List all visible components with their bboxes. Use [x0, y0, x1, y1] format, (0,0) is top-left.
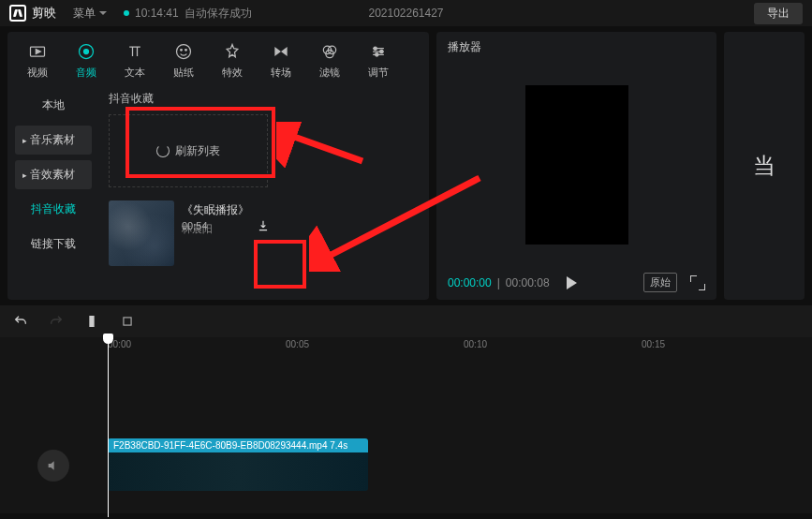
playhead[interactable] — [108, 334, 109, 517]
tab-label: 调节 — [368, 66, 389, 80]
timeline-tracks[interactable]: F2B38CBD-91FF-4E6C-80B9-EB8D08293444.mp4… — [0, 356, 812, 513]
tab-sticker[interactable]: 贴纸 — [161, 37, 206, 83]
sidebar-item-label: 链接下载 — [31, 236, 76, 252]
sidebar-item-label: 抖音收藏 — [31, 201, 76, 217]
tab-label: 转场 — [271, 66, 291, 80]
tab-video[interactable]: 视频 — [15, 37, 60, 83]
properties-panel-stub: 当 — [724, 32, 805, 300]
redo-button — [47, 312, 66, 331]
player-panel: 播放器 00:00:00 | 00:00:08 原始 — [436, 32, 716, 300]
status-dot-icon — [124, 10, 129, 16]
video-icon — [27, 41, 48, 62]
ruler-tick: 00:10 — [464, 339, 487, 349]
svg-rect-13 — [90, 317, 91, 327]
tab-audio[interactable]: 音频 — [64, 37, 109, 83]
tab-transition[interactable]: 转场 — [258, 37, 303, 83]
refresh-list-button[interactable]: 刷新列表 — [109, 114, 268, 187]
timeline-toolbar — [0, 305, 812, 337]
sidebar-item-local[interactable]: 本地 — [15, 91, 92, 120]
timeline-ruler[interactable]: 00:00 00:05 00:10 00:15 — [0, 337, 812, 356]
refresh-label: 刷新列表 — [175, 143, 220, 159]
status-time: 10:14:41 — [135, 7, 179, 20]
player-controls: 00:00:00 | 00:00:08 原始 — [448, 267, 705, 292]
time-total: 00:00:08 — [506, 276, 550, 289]
svg-marker-1 — [36, 50, 40, 54]
tab-text[interactable]: 文本 — [112, 37, 157, 83]
svg-point-5 — [181, 50, 183, 52]
audio-icon — [76, 41, 96, 62]
track-duration: 00:54 — [182, 220, 208, 231]
effect-icon — [222, 41, 243, 62]
sidebar-item-link-download[interactable]: 链接下载 — [15, 230, 92, 259]
play-button[interactable] — [567, 276, 577, 289]
section-title: 抖音收藏 — [109, 91, 420, 107]
app-logo — [9, 5, 26, 22]
time-current: 00:00:00 — [448, 276, 492, 289]
svg-point-11 — [380, 50, 383, 52]
tab-label: 文本 — [125, 66, 145, 80]
svg-point-6 — [185, 50, 187, 52]
stub-text: 当 — [753, 151, 775, 181]
export-button[interactable]: 导出 — [754, 3, 803, 24]
filter-icon — [319, 41, 340, 62]
crop-button[interactable] — [118, 312, 137, 331]
aspect-ratio-button[interactable]: 原始 — [643, 273, 677, 292]
sidebar-item-sfx[interactable]: ▸音效素材 — [15, 160, 92, 189]
menu-dropdown[interactable]: 菜单 — [67, 4, 112, 23]
audio-source-list: 本地 ▸音乐素材 ▸音效素材 抖音收藏 链接下载 — [7, 85, 99, 300]
autosave-status: 10:14:41 自动保存成功 — [124, 6, 252, 22]
fullscreen-button[interactable] — [690, 275, 705, 290]
project-name: 202102261427 — [368, 7, 443, 20]
text-icon — [125, 41, 145, 62]
undo-button[interactable] — [11, 312, 30, 331]
media-panel: 视频 音频 文本 贴纸 特效 转场 滤镜 调节 本地 ▸音乐素材 ▸音效素材 抖… — [7, 32, 429, 300]
download-button[interactable] — [253, 215, 273, 236]
caret-right-icon: ▸ — [22, 171, 27, 180]
app-name: 剪映 — [32, 5, 56, 22]
svg-point-3 — [84, 50, 89, 54]
caret-right-icon: ▸ — [22, 136, 27, 145]
refresh-icon — [156, 144, 170, 157]
player-title: 播放器 — [448, 39, 705, 55]
tab-label: 滤镜 — [319, 66, 340, 80]
ruler-tick: 00:15 — [642, 339, 665, 349]
tab-label: 贴纸 — [173, 66, 194, 80]
adjust-icon — [368, 41, 389, 62]
video-clip[interactable]: F2B38CBD-91FF-4E6C-80B9-EB8D08293444.mp4… — [108, 438, 368, 491]
video-frame — [525, 85, 628, 245]
transition-icon — [271, 41, 291, 62]
sidebar-item-label: 本地 — [42, 97, 65, 113]
status-text: 自动保存成功 — [185, 6, 252, 22]
svg-point-4 — [177, 45, 191, 59]
svg-point-10 — [374, 47, 376, 50]
tab-adjust[interactable]: 调节 — [356, 37, 401, 83]
menu-label: 菜单 — [73, 6, 96, 22]
sidebar-item-douyin-fav[interactable]: 抖音收藏 — [15, 195, 92, 224]
sidebar-item-label: 音乐素材 — [30, 132, 75, 148]
track-mute-button[interactable] — [37, 450, 69, 482]
split-button[interactable] — [82, 312, 101, 331]
tab-label: 视频 — [27, 66, 48, 80]
player-viewport[interactable] — [448, 63, 705, 267]
svg-rect-15 — [124, 318, 131, 325]
tab-effect[interactable]: 特效 — [210, 37, 255, 83]
time-sep: | — [497, 276, 500, 289]
track-cover — [109, 200, 174, 266]
svg-rect-14 — [93, 317, 94, 327]
sidebar-item-music[interactable]: ▸音乐素材 — [15, 126, 92, 155]
ruler-tick: 00:05 — [286, 339, 309, 349]
timeline-panel: 00:00 00:05 00:10 00:15 F2B38CBD-91FF-4E… — [0, 305, 812, 513]
tab-label: 音频 — [76, 66, 96, 80]
media-tab-row: 视频 音频 文本 贴纸 特效 转场 滤镜 调节 — [7, 32, 429, 85]
sidebar-item-label: 音效素材 — [30, 167, 75, 183]
sticker-icon — [173, 41, 194, 62]
tab-filter[interactable]: 滤镜 — [307, 37, 352, 83]
audio-track-item[interactable]: 《失眠播报》 林晨阳 00:54 — [109, 200, 268, 236]
clip-label: F2B38CBD-91FF-4E6C-80B9-EB8D08293444.mp4… — [108, 438, 368, 452]
svg-point-12 — [376, 53, 378, 56]
tab-label: 特效 — [222, 66, 243, 80]
content-area: 抖音收藏 刷新列表 《失眠播报》 林晨阳 00:54 — [99, 85, 429, 300]
